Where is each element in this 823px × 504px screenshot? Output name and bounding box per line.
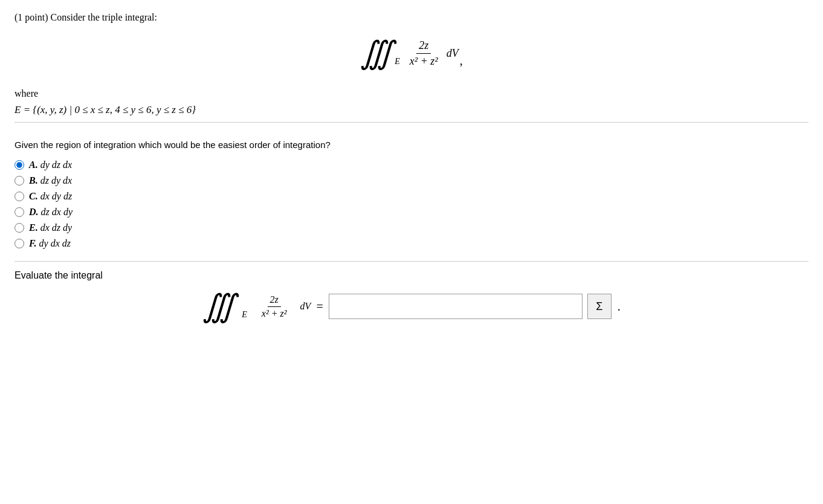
problem-container: (1 point) Consider the triple integral: … bbox=[15, 12, 808, 322]
where-section: where E = {(x, y, z) | 0 ≤ x ≤ z, 4 ≤ y … bbox=[15, 88, 808, 123]
options-list: A. dy dz dx B. dz dy dx C. dx dy dz D. d… bbox=[15, 160, 808, 249]
radio-f[interactable] bbox=[15, 239, 24, 248]
eval-integral-numerator: 2z bbox=[268, 294, 281, 307]
option-c-letter: C. bbox=[29, 191, 38, 202]
eval-triple-integral-symbol: ∭ bbox=[202, 291, 236, 322]
integral-dv: dV bbox=[447, 47, 459, 60]
sigma-button[interactable]: Σ bbox=[587, 294, 612, 319]
option-f[interactable]: F. dy dx dz bbox=[15, 238, 808, 249]
option-e[interactable]: E. dx dz dy bbox=[15, 222, 808, 233]
option-f-value: dy dx dz bbox=[39, 238, 71, 249]
question-text: Given the region of integration which wo… bbox=[15, 140, 808, 150]
evaluate-row: ∭ E 2z x² + z² dV = Σ . bbox=[15, 291, 808, 322]
triple-integral-symbol: ∭ bbox=[360, 37, 393, 69]
option-a-letter: A. bbox=[29, 160, 38, 170]
radio-d[interactable] bbox=[15, 207, 24, 217]
option-d[interactable]: D. dz dx dy bbox=[15, 207, 808, 218]
evaluate-label: Evaluate the integral bbox=[15, 270, 808, 281]
eval-integral-fraction: 2z x² + z² bbox=[259, 294, 289, 319]
where-label: where bbox=[15, 88, 808, 99]
first-integral-display: ∭ E 2z x² + z² dV , bbox=[15, 37, 808, 69]
radio-a[interactable] bbox=[15, 160, 24, 170]
option-a-value: dy dz dx bbox=[40, 160, 72, 170]
eval-integral-subscript: E bbox=[242, 310, 247, 320]
evaluate-section: Evaluate the integral ∭ E 2z x² + z² dV … bbox=[15, 262, 808, 322]
radio-c[interactable] bbox=[15, 192, 24, 201]
integral-numerator: 2z bbox=[416, 39, 431, 54]
eval-integral-denominator: x² + z² bbox=[259, 307, 289, 319]
option-f-letter: F. bbox=[29, 238, 37, 249]
option-c-value: dx dy dz bbox=[40, 191, 72, 202]
option-b-value: dz dy dx bbox=[40, 175, 72, 186]
option-e-letter: E. bbox=[29, 222, 38, 233]
period: . bbox=[618, 300, 621, 314]
integral-denominator: x² + z² bbox=[407, 54, 441, 68]
option-d-value: dz dx dy bbox=[41, 207, 73, 218]
integral-fraction: 2z x² + z² bbox=[407, 39, 441, 68]
radio-e[interactable] bbox=[15, 223, 24, 233]
radio-b[interactable] bbox=[15, 176, 24, 186]
integral-comma: , bbox=[460, 54, 463, 68]
option-b-letter: B. bbox=[29, 175, 38, 186]
option-d-letter: D. bbox=[29, 207, 39, 218]
problem-header: (1 point) Consider the triple integral: bbox=[15, 12, 808, 23]
question-section: Given the region of integration which wo… bbox=[15, 132, 808, 262]
option-a[interactable]: A. dy dz dx bbox=[15, 160, 808, 170]
option-b[interactable]: B. dz dy dx bbox=[15, 175, 808, 186]
option-e-value: dx dz dy bbox=[40, 222, 72, 233]
answer-input[interactable] bbox=[329, 294, 583, 319]
equals-sign: = bbox=[315, 300, 324, 314]
eval-dv: dV bbox=[300, 301, 311, 312]
integral-subscript: E bbox=[395, 57, 400, 66]
region-definition: E = {(x, y, z) | 0 ≤ x ≤ z, 4 ≤ y ≤ 6, y… bbox=[15, 104, 808, 123]
option-c[interactable]: C. dx dy dz bbox=[15, 191, 808, 202]
